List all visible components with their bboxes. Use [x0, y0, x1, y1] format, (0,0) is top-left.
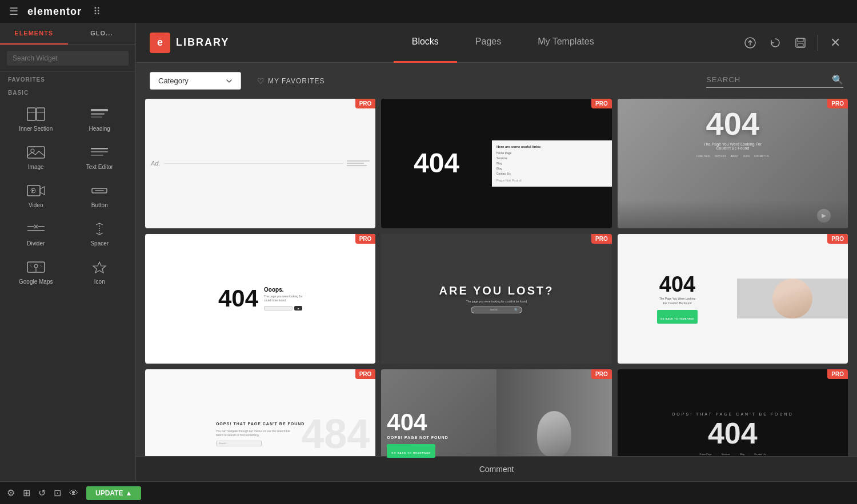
template-card-5[interactable]: 404 Here are some useful links: Home Pag… [381, 99, 611, 228]
template-card-2[interactable]: 404 Ooops. The page you were looking for… [145, 234, 375, 364]
hamburger-icon[interactable]: ☰ [9, 5, 18, 18]
pro-badge-1: PRO [355, 99, 376, 108]
tab-elements[interactable]: ELEMENTS [0, 23, 68, 45]
icon-label: Icon [94, 279, 105, 285]
update-button[interactable]: UPDATE ▲ [86, 486, 141, 500]
element-spacer[interactable]: Spacer [69, 215, 131, 252]
library-search-input[interactable] [706, 75, 832, 84]
element-video[interactable]: Video [5, 177, 67, 214]
elements-grid: Inner Section Heading [0, 98, 135, 293]
svg-rect-5 [91, 113, 105, 115]
template-column-1: Ad. PRO [145, 99, 375, 481]
library-content: Ad. PRO [136, 99, 857, 481]
pro-badge-8: PRO [827, 99, 848, 108]
library-header: e LIBRARY Blocks Pages My Templates [136, 23, 857, 63]
video-icon [26, 183, 46, 199]
element-text-editor[interactable]: Text Editor [69, 139, 131, 176]
comment-bar: Comment [136, 456, 857, 481]
templates-grid: Ad. PRO [145, 99, 848, 481]
library-logo-area: e LIBRARY [150, 33, 229, 53]
svg-point-21 [34, 264, 38, 268]
tab-blocks[interactable]: Blocks [394, 23, 457, 63]
svg-rect-7 [27, 147, 45, 158]
svg-rect-9 [91, 148, 108, 150]
close-button[interactable]: ✕ [827, 35, 843, 51]
template-card-9[interactable]: 404 The Page You Were LookingFor Couldn'… [618, 234, 848, 364]
svg-point-8 [31, 149, 34, 152]
tab-my-templates[interactable]: My Templates [519, 23, 612, 63]
template-column-3: 404 The Page You Were Looking ForCouldn'… [618, 99, 848, 481]
svg-rect-26 [798, 38, 803, 42]
tab-pages[interactable]: Pages [457, 23, 519, 63]
layers-icon[interactable]: ⊞ [23, 487, 30, 498]
divider-icon [26, 221, 46, 237]
elementor-logo: elementor [27, 6, 82, 18]
comment-bar-label: Comment [479, 465, 514, 474]
bottom-bar-icons: ⚙ ⊞ ↺ ⊡ 👁 [7, 487, 78, 498]
svg-rect-6 [91, 116, 102, 118]
icon-widget-icon [89, 259, 110, 275]
svg-rect-1 [37, 108, 45, 120]
element-icon[interactable]: Icon [69, 253, 131, 291]
basic-label: BASIC [0, 85, 135, 98]
element-image[interactable]: Image [5, 139, 67, 176]
history-icon[interactable]: ↺ [38, 487, 46, 498]
template-card-6[interactable]: ARE YOU LOST? The page you were looking … [381, 234, 611, 364]
pro-badge-3: PRO [355, 369, 376, 379]
spacer-label: Spacer [90, 240, 109, 247]
grid-icon[interactable]: ⠿ [93, 5, 101, 18]
button-icon [89, 183, 110, 199]
category-dropdown[interactable]: Category [150, 72, 241, 90]
search-input[interactable] [7, 51, 129, 66]
save-template-icon[interactable] [792, 35, 808, 51]
template-card-1[interactable]: Ad. PRO [145, 99, 375, 228]
pro-badge-9: PRO [827, 234, 848, 244]
text-editor-icon [89, 144, 110, 160]
category-label: Category [158, 76, 189, 85]
element-button[interactable]: Button [69, 177, 131, 214]
responsive-icon[interactable]: ⊡ [54, 487, 61, 498]
favorites-label: MY FAVORITES [268, 77, 325, 85]
inner-section-icon [26, 106, 46, 122]
element-divider[interactable]: Divider [5, 215, 67, 252]
left-panel-tabs: ELEMENTS GLO... [0, 23, 135, 45]
video-label: Video [29, 202, 43, 208]
pro-badge-7: PRO [591, 369, 612, 379]
search-area: 🔍 [706, 74, 843, 88]
upload-icon[interactable] [742, 35, 758, 51]
library-header-actions: ✕ [742, 35, 843, 51]
element-heading[interactable]: Heading [69, 100, 131, 138]
divider-label: Divider [27, 240, 45, 247]
google-maps-icon [26, 259, 46, 275]
svg-line-23 [40, 265, 42, 267]
bottom-bar: ⚙ ⊞ ↺ ⊡ 👁 UPDATE ▲ [0, 481, 857, 504]
heart-icon: ♡ [257, 76, 265, 86]
pro-badge-2: PRO [355, 234, 376, 244]
spacer-icon [89, 221, 110, 237]
element-google-maps[interactable]: Google Maps [5, 253, 67, 291]
update-button-label: UPDATE [95, 489, 123, 497]
pro-badge-5: PRO [591, 99, 612, 108]
favorites-label: FAVORITES [0, 72, 135, 85]
element-inner-section[interactable]: Inner Section [5, 100, 67, 138]
header-divider [818, 35, 818, 51]
library-tabs: Blocks Pages My Templates [277, 23, 728, 63]
template-column-2: 404 Here are some useful links: Home Pag… [381, 99, 611, 481]
library-overlay: e LIBRARY Blocks Pages My Templates [136, 23, 857, 481]
svg-rect-4 [91, 109, 108, 111]
inner-section-label: Inner Section [19, 126, 53, 132]
update-arrow-icon: ▲ [125, 489, 132, 497]
pro-badge-6: PRO [591, 234, 612, 244]
tab-global[interactable]: GLO... [68, 23, 136, 45]
template-card-8[interactable]: 404 The Page You Were Looking ForCouldn'… [618, 99, 848, 228]
button-label: Button [91, 202, 108, 208]
search-icon[interactable]: 🔍 [832, 74, 843, 85]
svg-rect-10 [91, 151, 108, 152]
google-maps-label: Google Maps [19, 279, 53, 285]
favorites-button[interactable]: ♡ MY FAVORITES [250, 73, 332, 89]
preview-icon[interactable]: 👁 [69, 488, 78, 498]
refresh-icon[interactable] [767, 35, 783, 51]
left-search-area [0, 45, 135, 72]
settings-icon[interactable]: ⚙ [7, 487, 15, 498]
pro-badge-10: PRO [827, 369, 848, 379]
